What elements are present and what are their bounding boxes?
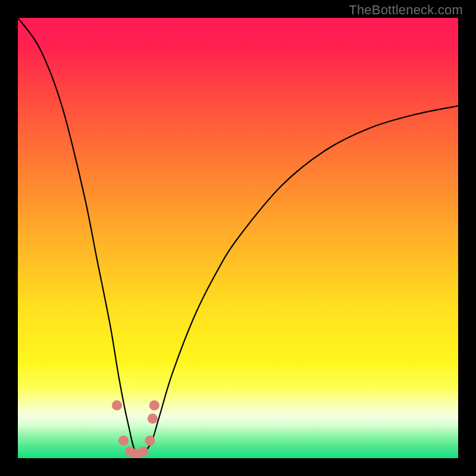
chart-frame: TheBottleneck.com xyxy=(0,0,476,476)
marker-dot xyxy=(112,400,122,411)
marker-dot xyxy=(145,436,155,446)
plot-area xyxy=(18,18,458,458)
watermark-text: TheBottleneck.com xyxy=(349,2,463,18)
marker-dot xyxy=(118,436,129,446)
marker-dot xyxy=(148,414,158,424)
curve-layer xyxy=(18,18,458,458)
marker-dot xyxy=(149,400,159,411)
marker-dot xyxy=(138,446,148,456)
highlight-dots xyxy=(112,400,159,458)
bottleneck-curve xyxy=(18,18,458,455)
